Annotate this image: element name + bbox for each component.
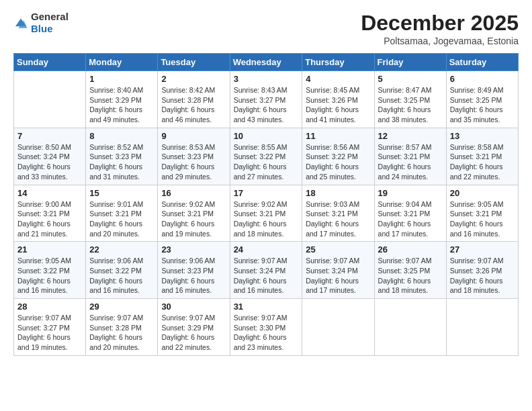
- day-number: 9: [161, 131, 226, 141]
- day-info: Sunrise: 9:02 AMSunset: 3:21 PMDaylight:…: [161, 199, 226, 239]
- day-info: Sunrise: 8:47 AMSunset: 3:25 PMDaylight:…: [378, 85, 443, 125]
- calendar-header-row: SundayMondayTuesdayWednesdayThursdayFrid…: [14, 54, 519, 71]
- day-cell: 25Sunrise: 9:07 AMSunset: 3:24 PMDayligh…: [302, 242, 374, 299]
- day-cell: 29Sunrise: 9:07 AMSunset: 3:28 PMDayligh…: [86, 299, 158, 356]
- week-row-4: 21Sunrise: 9:05 AMSunset: 3:22 PMDayligh…: [14, 242, 519, 299]
- week-row-2: 7Sunrise: 8:50 AMSunset: 3:24 PMDaylight…: [14, 128, 519, 185]
- day-cell: 22Sunrise: 9:06 AMSunset: 3:22 PMDayligh…: [86, 242, 158, 299]
- day-cell: 13Sunrise: 8:58 AMSunset: 3:21 PMDayligh…: [446, 128, 518, 185]
- day-number: 29: [89, 302, 154, 312]
- day-info: Sunrise: 9:05 AMSunset: 3:21 PMDaylight:…: [450, 199, 515, 239]
- day-cell: [14, 71, 86, 128]
- col-header-thursday: Thursday: [302, 54, 374, 71]
- month-title: December 2025: [361, 11, 519, 36]
- day-info: Sunrise: 9:06 AMSunset: 3:22 PMDaylight:…: [89, 256, 154, 295]
- day-info: Sunrise: 8:53 AMSunset: 3:23 PMDaylight:…: [161, 142, 226, 182]
- logo-icon: [13, 15, 28, 30]
- day-number: 30: [161, 302, 226, 312]
- day-number: 19: [378, 188, 443, 198]
- day-cell: 18Sunrise: 9:03 AMSunset: 3:21 PMDayligh…: [302, 185, 374, 242]
- day-number: 3: [234, 74, 299, 84]
- day-cell: 26Sunrise: 9:07 AMSunset: 3:25 PMDayligh…: [374, 242, 446, 299]
- col-header-tuesday: Tuesday: [158, 54, 230, 71]
- day-info: Sunrise: 8:57 AMSunset: 3:21 PMDaylight:…: [378, 142, 443, 182]
- day-info: Sunrise: 8:50 AMSunset: 3:24 PMDaylight:…: [17, 142, 82, 182]
- day-info: Sunrise: 8:49 AMSunset: 3:25 PMDaylight:…: [450, 85, 515, 125]
- day-cell: [446, 299, 518, 356]
- week-row-5: 28Sunrise: 9:07 AMSunset: 3:27 PMDayligh…: [14, 299, 519, 356]
- week-row-3: 14Sunrise: 9:00 AMSunset: 3:21 PMDayligh…: [14, 185, 519, 242]
- day-info: Sunrise: 8:52 AMSunset: 3:23 PMDaylight:…: [89, 142, 154, 182]
- day-number: 8: [89, 131, 154, 141]
- day-info: Sunrise: 9:00 AMSunset: 3:21 PMDaylight:…: [17, 199, 82, 239]
- day-info: Sunrise: 9:02 AMSunset: 3:21 PMDaylight:…: [234, 199, 299, 239]
- logo: General Blue: [13, 11, 69, 35]
- col-header-monday: Monday: [86, 54, 158, 71]
- day-number: 1: [89, 74, 154, 84]
- day-cell: 16Sunrise: 9:02 AMSunset: 3:21 PMDayligh…: [158, 185, 230, 242]
- day-number: 24: [234, 244, 299, 255]
- calendar-table: SundayMondayTuesdayWednesdayThursdayFrid…: [13, 53, 519, 356]
- day-cell: [302, 299, 374, 356]
- logo-text: General Blue: [31, 11, 69, 35]
- day-number: 15: [89, 188, 154, 198]
- day-cell: 27Sunrise: 9:07 AMSunset: 3:26 PMDayligh…: [446, 242, 518, 299]
- day-number: 23: [161, 244, 226, 255]
- logo-general: General: [31, 11, 69, 22]
- day-cell: 19Sunrise: 9:04 AMSunset: 3:21 PMDayligh…: [374, 185, 446, 242]
- day-info: Sunrise: 8:55 AMSunset: 3:22 PMDaylight:…: [234, 142, 299, 182]
- day-number: 21: [17, 244, 82, 255]
- week-row-1: 1Sunrise: 8:40 AMSunset: 3:29 PMDaylight…: [14, 71, 519, 128]
- day-cell: 4Sunrise: 8:45 AMSunset: 3:26 PMDaylight…: [302, 71, 374, 128]
- day-number: 7: [17, 131, 82, 141]
- day-number: 31: [234, 302, 299, 312]
- col-header-friday: Friday: [374, 54, 446, 71]
- day-number: 5: [378, 74, 443, 84]
- day-info: Sunrise: 8:45 AMSunset: 3:26 PMDaylight:…: [306, 85, 370, 125]
- day-number: 16: [161, 188, 226, 198]
- day-info: Sunrise: 9:07 AMSunset: 3:30 PMDaylight:…: [234, 313, 299, 353]
- day-number: 28: [17, 302, 82, 312]
- day-number: 2: [161, 74, 226, 84]
- day-info: Sunrise: 9:07 AMSunset: 3:25 PMDaylight:…: [378, 256, 443, 295]
- day-cell: 21Sunrise: 9:05 AMSunset: 3:22 PMDayligh…: [14, 242, 86, 299]
- day-cell: 20Sunrise: 9:05 AMSunset: 3:21 PMDayligh…: [446, 185, 518, 242]
- day-number: 27: [450, 244, 515, 255]
- title-block: December 2025 Poltsamaa, Jogevamaa, Esto…: [361, 11, 519, 46]
- day-info: Sunrise: 9:01 AMSunset: 3:21 PMDaylight:…: [89, 199, 154, 239]
- day-cell: 23Sunrise: 9:06 AMSunset: 3:23 PMDayligh…: [158, 242, 230, 299]
- day-cell: [374, 299, 446, 356]
- day-cell: 2Sunrise: 8:42 AMSunset: 3:28 PMDaylight…: [158, 71, 230, 128]
- day-number: 26: [378, 244, 443, 255]
- day-number: 22: [89, 244, 154, 255]
- day-cell: 5Sunrise: 8:47 AMSunset: 3:25 PMDaylight…: [374, 71, 446, 128]
- day-cell: 14Sunrise: 9:00 AMSunset: 3:21 PMDayligh…: [14, 185, 86, 242]
- day-number: 18: [306, 188, 370, 198]
- day-number: 13: [450, 131, 515, 141]
- day-info: Sunrise: 9:07 AMSunset: 3:29 PMDaylight:…: [161, 313, 226, 353]
- day-cell: 6Sunrise: 8:49 AMSunset: 3:25 PMDaylight…: [446, 71, 518, 128]
- day-number: 10: [234, 131, 299, 141]
- day-cell: 11Sunrise: 8:56 AMSunset: 3:22 PMDayligh…: [302, 128, 374, 185]
- header: General Blue December 2025 Poltsamaa, Jo…: [13, 11, 519, 46]
- day-number: 20: [450, 188, 515, 198]
- day-info: Sunrise: 8:56 AMSunset: 3:22 PMDaylight:…: [306, 142, 370, 182]
- day-number: 14: [17, 188, 82, 198]
- day-cell: 12Sunrise: 8:57 AMSunset: 3:21 PMDayligh…: [374, 128, 446, 185]
- day-cell: 28Sunrise: 9:07 AMSunset: 3:27 PMDayligh…: [14, 299, 86, 356]
- day-number: 25: [306, 244, 370, 255]
- day-cell: 31Sunrise: 9:07 AMSunset: 3:30 PMDayligh…: [230, 299, 302, 356]
- day-info: Sunrise: 9:07 AMSunset: 3:24 PMDaylight:…: [306, 256, 370, 295]
- location: Poltsamaa, Jogevamaa, Estonia: [361, 36, 519, 46]
- day-info: Sunrise: 9:07 AMSunset: 3:26 PMDaylight:…: [450, 256, 515, 295]
- day-info: Sunrise: 8:40 AMSunset: 3:29 PMDaylight:…: [89, 85, 154, 125]
- day-info: Sunrise: 9:03 AMSunset: 3:21 PMDaylight:…: [306, 199, 370, 239]
- col-header-sunday: Sunday: [14, 54, 86, 71]
- page: General Blue December 2025 Poltsamaa, Jo…: [0, 0, 532, 367]
- day-number: 6: [450, 74, 515, 84]
- day-cell: 7Sunrise: 8:50 AMSunset: 3:24 PMDaylight…: [14, 128, 86, 185]
- day-info: Sunrise: 9:04 AMSunset: 3:21 PMDaylight:…: [378, 199, 443, 239]
- logo-blue: Blue: [31, 23, 53, 34]
- day-info: Sunrise: 8:58 AMSunset: 3:21 PMDaylight:…: [450, 142, 515, 182]
- day-info: Sunrise: 9:05 AMSunset: 3:22 PMDaylight:…: [17, 256, 82, 295]
